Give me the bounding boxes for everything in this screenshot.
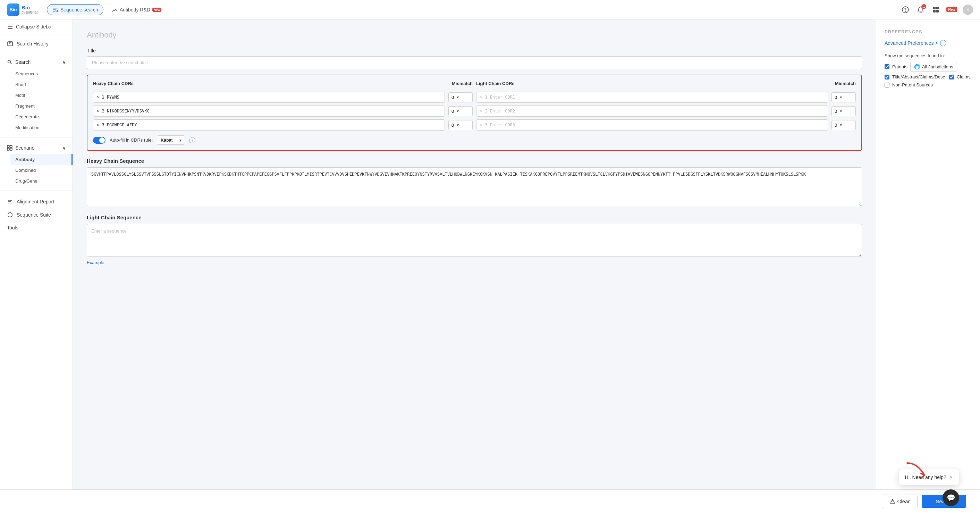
svg-rect-4 <box>936 7 939 10</box>
search-group-icon <box>7 59 13 65</box>
heavy-mismatch-3-arrow: ▼ <box>456 123 460 127</box>
light-mismatch-2-select[interactable]: 0 ▼ <box>832 106 856 116</box>
light-mismatch-1-select[interactable]: 0 ▼ <box>832 92 856 102</box>
heavy-cdr2-input[interactable] <box>93 105 445 116</box>
sidebar-item-drug-gene[interactable]: Drug/Gene <box>10 175 73 186</box>
heavy-mismatch-2-value: 0 <box>452 108 454 114</box>
svg-marker-13 <box>8 212 12 217</box>
heavy-chain-header: Heavy Chain CDRs <box>93 81 449 86</box>
heavy-mismatch-3-select[interactable]: 0 ▼ <box>449 120 473 130</box>
grid-apps-button[interactable] <box>931 5 941 14</box>
sidebar-item-short[interactable]: Short <box>10 79 73 90</box>
logo-main: Bio <box>22 5 38 11</box>
heavy-mismatch-1-arrow: ▼ <box>456 96 460 99</box>
sidebar-item-combined[interactable]: Combined <box>10 165 73 175</box>
alignment-icon <box>7 199 13 205</box>
collapse-sidebar-button[interactable]: Collapse Sidebar <box>0 19 73 34</box>
claims-checkbox[interactable] <box>949 75 954 80</box>
sidebar-item-fragment[interactable]: Fragment <box>10 100 73 112</box>
autofill-info-icon[interactable]: i <box>189 137 196 143</box>
antibody-icon <box>111 6 118 13</box>
notifications-button[interactable]: 1 <box>916 5 926 14</box>
svg-point-2 <box>905 11 906 11</box>
heavy-chain-section: Heavy Chain Sequence SGVHTFPAVLQSSGLYSLS… <box>87 158 862 207</box>
sidebar-item-modification[interactable]: Modification <box>10 122 73 133</box>
adv-pref-info-icon[interactable]: i <box>940 40 947 46</box>
chat-widget-button[interactable]: 💬 <box>942 489 959 506</box>
alignment-report-label: Alignment Report <box>17 199 54 204</box>
cdr-headers: Heavy Chain CDRs Mismatch Light Chain CD… <box>93 81 856 89</box>
globe-icon: 🌐 <box>914 64 920 69</box>
advanced-preferences-link[interactable]: Advanced Preferences > i <box>885 40 972 46</box>
non-patent-checkbox[interactable] <box>885 83 889 88</box>
all-jurisdictions-button[interactable]: 🌐 All Jurisdictions <box>910 62 957 72</box>
content-area: Antibody Title Heavy Chain CDRs Mismatch… <box>73 19 876 489</box>
svg-rect-3 <box>933 7 935 10</box>
non-patent-row: Non-Patent Sources <box>885 82 972 88</box>
sequence-search-icon <box>52 6 58 13</box>
degenerate-label: Degenerate <box>15 114 39 119</box>
scenario-group-header[interactable]: Scenario ∧ <box>0 142 73 154</box>
toggle-knob <box>99 137 105 143</box>
svg-rect-5 <box>933 10 935 13</box>
clear-icon <box>890 499 895 504</box>
nav-tab-sequence-search[interactable]: Sequence search <box>47 4 103 15</box>
combined-label: Combined <box>15 168 36 173</box>
main-layout: Collapse Sidebar Search History <box>0 19 980 489</box>
heavy-cdr3-input[interactable] <box>93 119 445 131</box>
light-chain-textarea[interactable] <box>87 224 862 256</box>
light-cdr3-input[interactable] <box>476 119 828 131</box>
sequences-label: Sequences <box>15 71 38 76</box>
patents-checkbox[interactable] <box>885 64 889 69</box>
sidebar-divider2 <box>0 191 73 191</box>
svg-rect-12 <box>10 148 12 150</box>
sidebar-item-tools[interactable]: Tools <box>0 221 73 234</box>
title-abstract-checkbox[interactable] <box>885 75 889 80</box>
light-cdr2-input[interactable] <box>476 105 828 116</box>
heavy-mismatch-2-arrow: ▼ <box>456 109 460 113</box>
light-chain-header: Light Chain CDRs <box>476 81 832 86</box>
scenario-group-label: Scenario <box>15 145 34 151</box>
sidebar-item-search-history[interactable]: Search History <box>0 37 73 50</box>
preferences-title: PREFERENCES <box>885 29 972 34</box>
heavy-chain-textarea[interactable]: SGVHTFPAVLQSSGLYSLSSVTVPSSSLGTQTYICNVNHK… <box>87 167 862 206</box>
title-input[interactable] <box>87 56 862 69</box>
heavy-cdr1-input[interactable] <box>93 92 445 103</box>
sidebar-search-section: Search ∧ Sequences Short Motif Fragment <box>0 53 73 136</box>
light-cdr1-input[interactable] <box>476 92 828 103</box>
right-panel: PREFERENCES Advanced Preferences > i Sho… <box>876 19 980 489</box>
clear-button[interactable]: Clear <box>882 495 918 508</box>
title-section: Title <box>87 48 862 69</box>
light-mismatch-2-value: 0 <box>835 108 837 114</box>
page-title: Antibody <box>87 30 862 40</box>
help-button[interactable] <box>900 5 910 14</box>
search-group-label: Search <box>15 59 30 65</box>
sidebar-item-motif[interactable]: Motif <box>10 90 73 100</box>
nav-tab-antibody-rd[interactable]: Antibody R&D New <box>106 4 167 15</box>
adv-pref-label: Advanced Preferences > <box>885 40 938 46</box>
example-link[interactable]: Example <box>87 260 105 265</box>
antibody-label: Antibody <box>15 157 35 162</box>
sequence-suite-icon <box>7 212 13 218</box>
light-chain-seq-label: Light Chain Sequence <box>87 215 862 220</box>
rule-select[interactable]: Kabat Chothia IMGT <box>157 135 185 145</box>
search-group-header[interactable]: Search ∧ <box>0 56 73 69</box>
heavy-mismatch-3-value: 0 <box>452 123 454 128</box>
autofill-toggle[interactable] <box>93 137 105 144</box>
light-mismatch-3-select[interactable]: 0 ▼ <box>832 120 856 130</box>
sidebar-item-sequences[interactable]: Sequences <box>10 69 73 79</box>
top-new-badge: New <box>947 7 957 12</box>
fragment-label: Fragment <box>15 104 35 108</box>
sidebar-item-degenerate[interactable]: Degenerate <box>10 112 73 122</box>
sidebar-item-sequence-suite[interactable]: Sequence Suite <box>0 208 73 221</box>
user-avatar[interactable]: × <box>963 5 973 15</box>
sidebar-item-alignment-report[interactable]: Alignment Report <box>0 195 73 208</box>
sidebar-item-antibody[interactable]: Antibody <box>10 154 73 165</box>
title-abstract-row: Title/Abstract/Claims/Desc Claims <box>885 74 972 80</box>
heavy-mismatch-1-select[interactable]: 0 ▼ <box>449 92 473 102</box>
light-mismatch-1-value: 0 <box>835 95 837 100</box>
svg-rect-11 <box>7 148 10 150</box>
all-jurisdictions-label: All Jurisdictions <box>922 64 953 69</box>
chat-close-button[interactable]: × <box>950 474 953 480</box>
heavy-mismatch-2-select[interactable]: 0 ▼ <box>449 106 473 116</box>
